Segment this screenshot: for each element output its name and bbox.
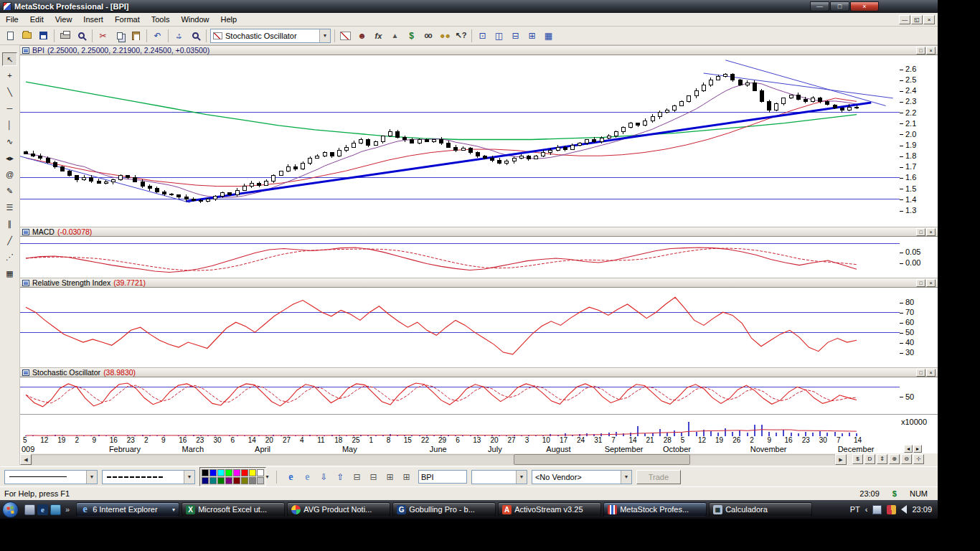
price-panel-titlebar[interactable]: BPI (2.25000, 2.25000, 2.21900, 2.24500,… xyxy=(20,45,938,55)
start-button[interactable] xyxy=(2,501,19,518)
expand-scale-button[interactable]: ⇕ xyxy=(877,454,887,464)
rsi-plot[interactable] xyxy=(20,288,900,367)
panel-maximize-button[interactable]: □ xyxy=(916,228,925,236)
scrollbar-track[interactable] xyxy=(32,454,835,465)
context-help-button[interactable]: ↖? xyxy=(453,28,469,44)
zoom-button[interactable] xyxy=(187,28,204,44)
color-swatch[interactable] xyxy=(209,469,217,476)
panel-maximize-button[interactable]: □ xyxy=(916,369,925,377)
mdi-close-button[interactable]: × xyxy=(923,15,935,24)
vendor-dropdown[interactable]: <No Vendor> ▼ xyxy=(532,470,632,484)
tile-grid-button[interactable]: ⊞ xyxy=(382,470,397,484)
menu-window[interactable]: Window xyxy=(175,15,215,24)
price-scale-button[interactable]: $ xyxy=(852,454,863,464)
zoom-in-button[interactable]: ⊕ xyxy=(889,454,900,464)
color-picker[interactable]: ▼ xyxy=(199,467,270,486)
color-swatch[interactable] xyxy=(257,477,264,484)
menu-help[interactable]: Help xyxy=(215,15,243,24)
volume-plot[interactable] xyxy=(20,414,900,436)
scroll-left-button[interactable]: ◂ xyxy=(904,445,913,453)
color-swatch[interactable] xyxy=(257,469,264,476)
cut-button[interactable]: ✂ xyxy=(95,28,111,44)
close-button[interactable]: × xyxy=(850,1,879,11)
scroll-right-button[interactable]: ▸ xyxy=(913,445,922,453)
taskbar-button[interactable]: ▦Calculadora xyxy=(709,502,812,517)
period-dropdown[interactable]: ▼ xyxy=(471,470,527,484)
scrollbar-left-arrow[interactable]: ◀ xyxy=(20,454,32,465)
tile-rows2-button[interactable]: ⊟ xyxy=(366,470,381,484)
crosshair-tool[interactable]: + xyxy=(2,69,17,83)
print-button[interactable] xyxy=(57,28,73,44)
menu-file[interactable]: File xyxy=(0,15,24,24)
chart-wizard-button[interactable] xyxy=(337,28,354,44)
minimize-button[interactable]: — xyxy=(810,1,829,11)
tray-volume-icon[interactable] xyxy=(901,505,907,514)
menu-view[interactable]: View xyxy=(50,15,78,24)
tile-vertical-button[interactable]: ◫ xyxy=(491,28,507,44)
scrollbar-right-arrow[interactable]: ▶ xyxy=(835,454,847,465)
tile-horizontal-button[interactable]: ⊟ xyxy=(507,28,524,44)
draw-pen-tool[interactable]: ✎ xyxy=(2,184,17,198)
color-swatch[interactable] xyxy=(225,469,232,476)
download-button[interactable]: ⇩ xyxy=(316,470,331,484)
trade-button[interactable]: Trade xyxy=(636,470,681,484)
menu-insert[interactable]: Insert xyxy=(77,15,109,24)
menu-edit[interactable]: Edit xyxy=(24,15,50,24)
web-browser-button[interactable]: e xyxy=(300,470,315,484)
language-indicator[interactable]: PT xyxy=(850,505,860,514)
color-swatch[interactable] xyxy=(233,477,240,484)
zigzag-tool[interactable]: ∿ xyxy=(2,135,17,149)
tile-quad-button[interactable]: ⊞ xyxy=(524,28,540,44)
taskbar-button[interactable]: XMicrosoft Excel ut... xyxy=(182,502,285,517)
price-plot[interactable] xyxy=(20,55,900,227)
tray-clock[interactable]: 23:09 xyxy=(912,505,932,514)
explorer-button[interactable]: oo xyxy=(420,28,436,44)
color-swatch[interactable] xyxy=(249,469,256,476)
upload-button[interactable]: ⇧ xyxy=(333,470,348,484)
system-tester-button[interactable]: ▲ xyxy=(387,28,403,44)
paste-button[interactable] xyxy=(128,28,144,44)
save-button[interactable] xyxy=(35,28,52,44)
scroll-left-right-tool[interactable]: ◂▸ xyxy=(2,151,17,165)
quick-launch-overflow[interactable]: » xyxy=(65,505,70,514)
panel-close-button[interactable]: × xyxy=(926,279,936,287)
color-swatch[interactable] xyxy=(217,477,225,484)
color-swatch[interactable] xyxy=(209,477,217,484)
grid-pattern-tool[interactable]: ▦ xyxy=(2,267,17,281)
cycle-lines-tool[interactable]: ∥ xyxy=(2,217,17,231)
scrollbar-thumb[interactable] xyxy=(514,454,690,465)
indicator-builder-button[interactable]: fx xyxy=(370,28,387,44)
panel-maximize-button[interactable]: □ xyxy=(916,279,925,287)
color-swatch[interactable] xyxy=(217,469,225,476)
regression-line-tool[interactable]: ⋰ xyxy=(2,250,17,264)
macd-plot[interactable] xyxy=(20,237,900,278)
zoom-reset-button[interactable]: ⊹ xyxy=(913,454,924,464)
fibonacci-retracement-tool[interactable]: ☰ xyxy=(2,201,17,215)
tray-update-icon[interactable] xyxy=(887,505,896,514)
collaboration-button[interactable]: ☻☻ xyxy=(436,28,453,44)
taskbar-button[interactable]: AActivoStream v3.25 xyxy=(498,502,601,517)
color-swatch[interactable] xyxy=(241,477,248,484)
spiral-tool[interactable]: @ xyxy=(2,168,17,182)
undo-button[interactable]: ↶ xyxy=(149,28,166,44)
panel-close-button[interactable]: × xyxy=(926,47,936,55)
tile-rows-button[interactable]: ⊟ xyxy=(349,470,364,484)
taskbar-button[interactable]: MetaStock Profes... xyxy=(603,502,707,517)
data-window-button[interactable]: D xyxy=(864,454,875,464)
layout-grid-button[interactable]: ▦ xyxy=(540,28,557,44)
quick-launch-desktop-icon[interactable] xyxy=(50,504,61,515)
indicator-dropdown[interactable]: Stochastic Oscillator ▼ xyxy=(210,29,331,43)
trendline-up-tool[interactable]: ╱ xyxy=(2,234,17,248)
line-style-dropdown[interactable]: ▼ xyxy=(4,470,98,484)
color-swatch[interactable] xyxy=(233,469,240,476)
maximize-button[interactable]: □ xyxy=(830,1,849,11)
options-button[interactable]: $ xyxy=(403,28,420,44)
taskbar-button[interactable]: e6 Internet Explorer▾ xyxy=(76,502,179,517)
mdi-minimize-button[interactable]: — xyxy=(899,15,910,24)
quick-launch-window-icon[interactable] xyxy=(24,504,35,515)
line-weight-dropdown[interactable]: ▼ xyxy=(102,470,195,484)
macd-panel-titlebar[interactable]: MACD (-0.03078) □ × xyxy=(20,227,938,237)
color-swatch[interactable] xyxy=(202,469,209,476)
menu-format[interactable]: Format xyxy=(109,15,146,24)
panel-maximize-button[interactable]: □ xyxy=(916,47,925,55)
